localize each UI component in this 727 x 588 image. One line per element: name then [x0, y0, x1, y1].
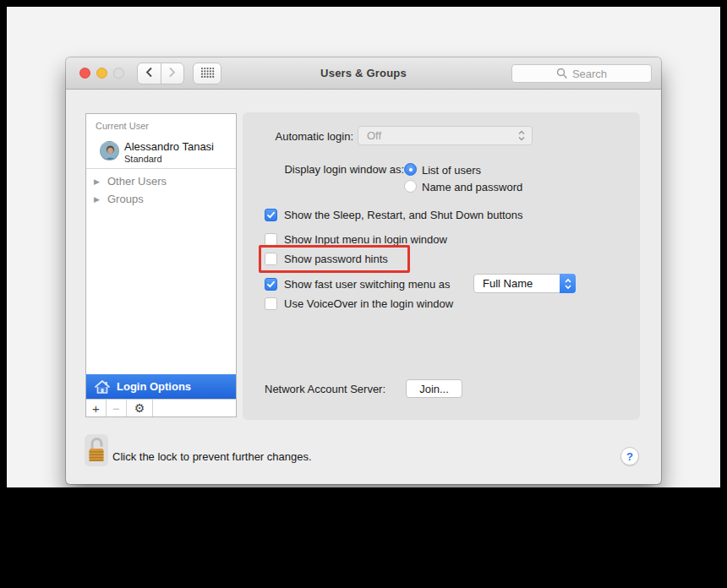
login-options-label: Login Options	[117, 380, 191, 393]
automatic-login-select: Off	[358, 126, 533, 145]
disclosure-triangle-icon[interactable]: ▶	[94, 195, 107, 204]
checkbox-label: Use VoiceOver in the login window	[284, 297, 453, 310]
radio-name-and-password[interactable]	[404, 180, 417, 193]
checkbox-row-password-hints[interactable]: Show password hints	[265, 251, 388, 266]
add-user-button[interactable]: +	[86, 400, 107, 416]
updown-chevrons-icon	[560, 274, 576, 293]
lock-hint-text: Click the lock to prevent further change…	[112, 450, 312, 463]
sidebar-item-other-users[interactable]: ▶ Other Users	[86, 172, 236, 190]
remove-user-button: −	[107, 400, 127, 416]
checkbox-checked-icon[interactable]	[265, 209, 277, 221]
checkbox-label: Show password hints	[284, 253, 388, 265]
search-icon	[556, 68, 568, 79]
sidebar-actions: + − ⚙	[86, 399, 236, 416]
unlocked-padlock-icon	[85, 435, 107, 466]
join-button-label: Join...	[419, 383, 449, 395]
house-icon	[94, 379, 111, 395]
automatic-login-label: Automatic login:	[243, 130, 353, 143]
checkbox-unchecked-icon[interactable]	[265, 297, 277, 310]
checkbox-unchecked-icon[interactable]	[265, 233, 277, 246]
join-button[interactable]: Join...	[406, 379, 462, 398]
titlebar[interactable]: Users & Groups Search	[66, 57, 661, 90]
current-user-name[interactable]: Alessandro Tanasi	[124, 140, 214, 153]
fast-user-switching-value: Full Name	[483, 277, 533, 290]
sidebar-item-groups[interactable]: ▶ Groups	[86, 190, 236, 208]
sidebar-item-label: Groups	[107, 193, 144, 205]
radio-list-of-users[interactable]	[404, 163, 417, 176]
gear-icon[interactable]: ⚙	[127, 400, 153, 416]
display-login-label: Display login window as:	[243, 163, 404, 176]
lock-button[interactable]	[85, 434, 108, 466]
automatic-login-value: Off	[367, 129, 381, 142]
updown-chevrons-icon	[517, 129, 526, 142]
current-user-header: Current User	[96, 121, 149, 131]
help-button[interactable]: ?	[620, 447, 639, 466]
search-input[interactable]: Search	[511, 64, 652, 83]
radio-list-of-users-label[interactable]: List of users	[422, 164, 481, 177]
login-options-panel: Automatic login: Off Display login windo…	[243, 112, 640, 420]
sidebar-divider	[86, 168, 236, 169]
sidebar-item-login-options[interactable]: Login Options	[86, 374, 236, 399]
current-user-role: Standard	[124, 154, 162, 164]
user-list-sidebar: Current User Alessandro Tanasi Standard …	[85, 113, 237, 417]
network-account-server-label: Network Account Server:	[265, 383, 385, 395]
search-placeholder: Search	[572, 68, 607, 80]
checkbox-row-sleep-restart[interactable]: Show the Sleep, Restart, and Shut Down b…	[265, 207, 523, 222]
checkbox-row-fast-user-switching[interactable]: Show fast user switching menu as	[265, 276, 451, 291]
fast-user-switching-select[interactable]: Full Name	[473, 274, 576, 293]
checkbox-label: Show the Sleep, Restart, and Shut Down b…	[284, 209, 523, 221]
users-groups-window: Users & Groups Search Current User Aless…	[66, 57, 661, 484]
disclosure-triangle-icon[interactable]: ▶	[94, 177, 107, 186]
help-question-label: ?	[626, 450, 633, 463]
checkbox-row-voiceover[interactable]: Use VoiceOver in the login window	[265, 296, 453, 311]
avatar[interactable]	[100, 141, 119, 161]
checkbox-unchecked-icon[interactable]	[265, 253, 277, 265]
sidebar-item-label: Other Users	[107, 175, 167, 188]
checkbox-label: Show Input menu in login window	[284, 233, 447, 246]
checkbox-checked-icon[interactable]	[265, 278, 277, 291]
radio-name-and-password-label[interactable]: Name and password	[422, 181, 522, 193]
checkbox-label: Show fast user switching menu as	[284, 278, 451, 291]
